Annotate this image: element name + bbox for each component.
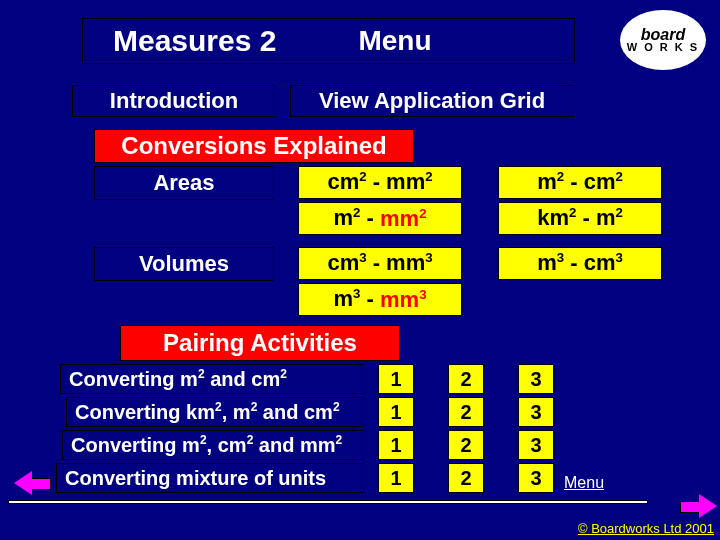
prev-arrow-icon[interactable]: [14, 471, 32, 495]
cm3-mm3-label: cm3 - mm3: [327, 250, 432, 276]
km2-m2-button[interactable]: km2 - m2: [498, 202, 662, 235]
introduction-button[interactable]: Introduction: [72, 85, 276, 117]
pair-2-3-button[interactable]: 3: [518, 397, 554, 427]
pair-2-1-button[interactable]: 1: [378, 397, 414, 427]
pairing-heading: Pairing Activities: [120, 325, 400, 361]
pair-row-2-label: Converting km2, m2 and cm2: [66, 397, 364, 427]
pair-4-2-button[interactable]: 2: [448, 463, 484, 493]
km2-m2-label: km2 - m2: [537, 205, 623, 231]
areas-button[interactable]: Areas: [94, 166, 274, 200]
volumes-button[interactable]: Volumes: [94, 247, 274, 281]
pair-2-2-button[interactable]: 2: [448, 397, 484, 427]
boardworks-logo: board W O R K S: [620, 10, 706, 70]
m3-mm3-label: m3 - mm3: [334, 286, 427, 312]
m2-cm2-label: m2 - cm2: [537, 169, 623, 195]
pair-3-3-button[interactable]: 3: [518, 430, 554, 460]
logo-brand: board: [641, 27, 685, 42]
view-grid-button[interactable]: View Application Grid: [290, 85, 574, 117]
m2-mm2-label: m2 - mm2: [334, 205, 427, 231]
logo-sub: W O R K S: [627, 42, 699, 52]
pair-row-1-label: Converting m2 and cm2: [60, 364, 364, 394]
pair-4-1-button[interactable]: 1: [378, 463, 414, 493]
cm3-mm3-button[interactable]: cm3 - mm3: [298, 247, 462, 280]
m2-cm2-button[interactable]: m2 - cm2: [498, 166, 662, 199]
pair-row-4-label: Converting mixture of units: [56, 463, 364, 493]
pair-1-3-button[interactable]: 3: [518, 364, 554, 394]
divider: [8, 500, 648, 504]
title: Measures 2: [113, 24, 276, 58]
cm2-mm2-label: cm2 - mm2: [327, 169, 432, 195]
next-arrow-icon[interactable]: [699, 494, 717, 518]
slide: Measures 2 Menu board W O R K S Introduc…: [0, 0, 720, 540]
pair-4-3-button[interactable]: 3: [518, 463, 554, 493]
m3-cm3-button[interactable]: m3 - cm3: [498, 247, 662, 280]
pair-1-2-button[interactable]: 2: [448, 364, 484, 394]
menu-label: Menu: [358, 25, 431, 57]
header-bar: Measures 2 Menu: [82, 18, 575, 64]
copyright: © Boardworks Ltd 2001: [578, 521, 714, 536]
pair-3-1-button[interactable]: 1: [378, 430, 414, 460]
conversions-heading: Conversions Explained: [94, 129, 414, 163]
pair-row-3-label: Converting m2, cm2 and mm2: [62, 430, 364, 460]
m3-mm3-button[interactable]: m3 - mm3: [298, 283, 462, 316]
cm2-mm2-button[interactable]: cm2 - mm2: [298, 166, 462, 199]
m2-mm2-button[interactable]: m2 - mm2: [298, 202, 462, 235]
pair-1-1-button[interactable]: 1: [378, 364, 414, 394]
m3-cm3-label: m3 - cm3: [537, 250, 623, 276]
menu-link[interactable]: Menu: [564, 474, 604, 492]
pair-3-2-button[interactable]: 2: [448, 430, 484, 460]
